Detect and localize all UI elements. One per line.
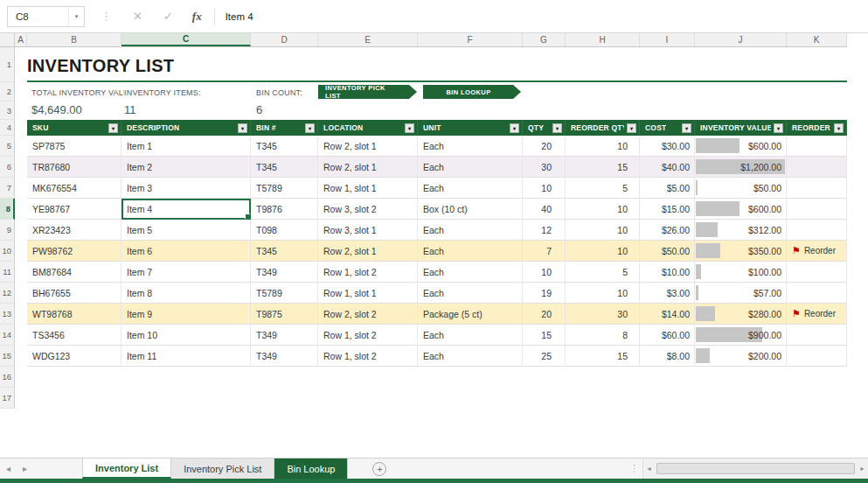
scrollbar-thumb[interactable] xyxy=(656,463,855,474)
cell-location[interactable]: Row 1, slot 2 xyxy=(318,262,418,283)
cell-reorder[interactable]: ⚑Reorder xyxy=(787,241,847,262)
cell-location[interactable]: Row 3, slot 2 xyxy=(318,199,418,220)
row-header-12[interactable]: 12 xyxy=(0,283,15,304)
row-header-2[interactable]: 2 xyxy=(0,82,15,102)
cell-reorder_qty[interactable]: 10 xyxy=(566,241,640,262)
cell-cost[interactable]: $26.00 xyxy=(640,220,695,241)
cell-reorder_qty[interactable]: 15 xyxy=(566,346,640,367)
cell-reorder[interactable] xyxy=(787,157,847,178)
cell-unit[interactable]: Each xyxy=(418,241,523,262)
cell-reorder_qty[interactable]: 8 xyxy=(566,325,640,346)
active-cell[interactable]: Item 4 xyxy=(122,199,251,220)
cell-reorder_qty[interactable]: 10 xyxy=(566,199,640,220)
column-header-I[interactable]: I xyxy=(640,33,695,46)
cell-cost[interactable]: $14.00 xyxy=(640,304,695,325)
table-header-sku[interactable]: SKU▾ xyxy=(27,120,122,136)
row-header-13[interactable]: 13 xyxy=(0,304,15,325)
cell-reorder[interactable] xyxy=(787,178,847,199)
cell-unit[interactable]: Each xyxy=(418,346,523,367)
cell-description[interactable]: Item 10 xyxy=(122,325,251,346)
select-all-corner[interactable] xyxy=(0,33,15,46)
name-box-dropdown-icon[interactable]: ▾ xyxy=(68,7,84,26)
name-box[interactable]: C8 ▾ xyxy=(7,6,85,27)
column-header-K[interactable]: K xyxy=(787,33,847,46)
row-header-3[interactable]: 3 xyxy=(0,102,15,120)
table-header-reorder[interactable]: REORDER▾ xyxy=(787,120,847,136)
filter-dropdown-icon[interactable]: ▾ xyxy=(238,123,247,133)
cell-bin[interactable]: T5789 xyxy=(251,178,318,199)
cell-description[interactable]: Item 9 xyxy=(122,304,251,325)
cell-bin[interactable]: T345 xyxy=(251,241,318,262)
cell-value[interactable]: $50.00 xyxy=(695,178,787,199)
cell-description[interactable]: Item 11 xyxy=(122,346,251,367)
row-header-11[interactable]: 11 xyxy=(0,262,15,283)
cell-bin[interactable]: T345 xyxy=(251,157,318,178)
cell-reorder[interactable] xyxy=(787,220,847,241)
cell-bin[interactable]: T098 xyxy=(251,220,318,241)
cell-sku[interactable]: TR87680 xyxy=(27,157,122,178)
cell-description[interactable]: Item 5 xyxy=(122,220,251,241)
filter-dropdown-icon[interactable]: ▾ xyxy=(834,123,844,133)
table-header-reorder-qty[interactable]: REORDER QTY▾ xyxy=(566,120,640,136)
column-header-B[interactable]: B xyxy=(27,33,122,46)
column-header-J[interactable]: J xyxy=(695,33,787,46)
bin-lookup-button[interactable]: BIN LOOKUP xyxy=(423,85,521,99)
next-sheet-icon[interactable]: ▸ xyxy=(17,458,33,479)
cell-value[interactable]: $900.00 xyxy=(695,325,787,346)
row-header-16[interactable]: 16 xyxy=(0,367,15,388)
cell-description[interactable]: Item 2 xyxy=(122,157,251,178)
table-header-cost[interactable]: COST▾ xyxy=(640,120,695,136)
cell-reorder_qty[interactable]: 30 xyxy=(566,304,640,325)
row-header-15[interactable]: 15 xyxy=(0,346,15,367)
cell-qty[interactable]: 7 xyxy=(523,241,566,262)
column-header-H[interactable]: H xyxy=(566,33,640,46)
cell-reorder_qty[interactable]: 5 xyxy=(566,178,640,199)
cell-value[interactable]: $600.00 xyxy=(695,199,787,220)
formula-input[interactable]: Item 4 xyxy=(226,11,868,22)
row-header-8[interactable]: 8 xyxy=(0,199,15,220)
cell-sku[interactable]: TS3456 xyxy=(27,325,122,346)
table-header-bin-[interactable]: BIN #▾ xyxy=(251,120,318,136)
cell-value[interactable]: $600.00 xyxy=(695,136,787,157)
cell-location[interactable]: Row 2, slot 2 xyxy=(318,304,418,325)
cell-cost[interactable]: $60.00 xyxy=(640,325,695,346)
cell-bin[interactable]: T9876 xyxy=(251,199,318,220)
cell-location[interactable]: Row 3, slot 1 xyxy=(318,220,418,241)
cell-bin[interactable]: T349 xyxy=(251,325,318,346)
cell-unit[interactable]: Each xyxy=(418,262,523,283)
cell-sku[interactable]: YE98767 xyxy=(27,199,122,220)
cell-description[interactable]: Item 7 xyxy=(122,262,251,283)
row-header-6[interactable]: 6 xyxy=(0,157,15,178)
cell-unit[interactable]: Each xyxy=(418,325,523,346)
cell-sku[interactable]: SP7875 xyxy=(27,136,122,157)
column-header-E[interactable]: E xyxy=(318,33,418,46)
insert-function-icon[interactable]: fx xyxy=(192,10,202,24)
cell-unit[interactable]: Each xyxy=(418,220,523,241)
cell-reorder_qty[interactable]: 10 xyxy=(566,220,640,241)
prev-sheet-icon[interactable]: ◂ xyxy=(0,458,17,479)
cell-reorder[interactable]: ⚑Reorder xyxy=(787,304,847,325)
cell-qty[interactable]: 10 xyxy=(523,262,566,283)
cell-bin[interactable]: T349 xyxy=(251,262,318,283)
cell-value[interactable]: $100.00 xyxy=(695,262,787,283)
cell-location[interactable]: Row 1, slot 2 xyxy=(318,346,418,367)
cell-location[interactable]: Row 1, slot 1 xyxy=(318,283,418,304)
cell-reorder_qty[interactable]: 15 xyxy=(566,157,640,178)
cell-bin[interactable]: T345 xyxy=(251,136,318,157)
cell-sku[interactable]: BM87684 xyxy=(27,262,122,283)
cell-bin[interactable]: T9875 xyxy=(251,304,318,325)
cell-cost[interactable]: $8.00 xyxy=(640,346,695,367)
cell-value[interactable]: $200.00 xyxy=(695,346,787,367)
cell-qty[interactable]: 25 xyxy=(523,346,566,367)
tab-inventory-list[interactable]: Inventory List xyxy=(82,458,171,479)
column-header-G[interactable]: G xyxy=(523,33,566,46)
cell-value[interactable]: $1,200.00 xyxy=(695,157,787,178)
filter-dropdown-icon[interactable]: ▾ xyxy=(774,123,783,133)
cell-reorder[interactable] xyxy=(787,346,847,367)
column-header-A[interactable]: A xyxy=(15,33,27,46)
cell-unit[interactable]: Each xyxy=(418,136,523,157)
cell-qty[interactable]: 15 xyxy=(523,325,566,346)
table-header-qty[interactable]: QTY▾ xyxy=(523,120,566,136)
cell-unit[interactable]: Each xyxy=(418,157,523,178)
cell-cost[interactable]: $30.00 xyxy=(640,136,695,157)
